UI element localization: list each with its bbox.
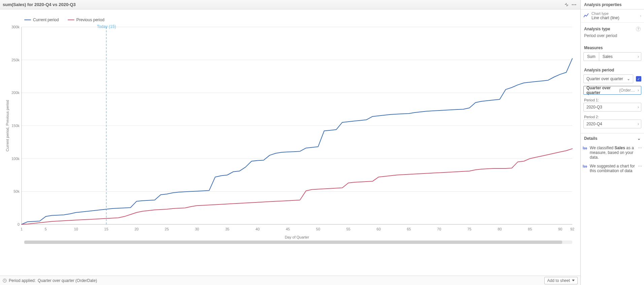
legend-label: Previous period (76, 18, 104, 22)
svg-text:30: 30 (195, 227, 199, 231)
help-icon[interactable]: ? (636, 27, 641, 31)
legend-item-previous[interactable]: Previous period (68, 18, 104, 22)
svg-text:92: 92 (570, 227, 574, 231)
svg-text:15: 15 (104, 227, 108, 231)
analysis-type-heading: Analysis type ? (581, 23, 644, 33)
period-mode-select[interactable]: Quarter over quarter ⌄ (583, 74, 633, 83)
period2-label: Period 2: (581, 114, 644, 120)
measures-agg: Sum (584, 53, 599, 61)
svg-text:70: 70 (437, 227, 441, 231)
svg-text:75: 75 (467, 227, 471, 231)
horizontal-scrollbar[interactable] (24, 241, 572, 244)
collapse-icon (565, 3, 569, 7)
details-toggle[interactable]: Details ⌄ (581, 133, 644, 144)
svg-text:55: 55 (346, 227, 350, 231)
legend-swatch-icon (68, 20, 74, 20)
svg-text:300k: 300k (11, 25, 20, 29)
fullscreen-toggle-button[interactable] (563, 1, 570, 8)
detail-insight-2: Іɪᴏ We suggested a chart for this combin… (581, 162, 644, 175)
footer-period-value: Quarter over quarter (OrderDate) (38, 278, 97, 283)
period1-select[interactable]: 2020-Q3 › (583, 103, 641, 112)
chart-title: sum(Sales) for 2020-Q4 vs 2020-Q3 (3, 2, 563, 7)
period2-value: 2020-Q4 (584, 120, 638, 128)
chart-titlebar: sum(Sales) for 2020-Q4 vs 2020-Q3 (0, 0, 580, 9)
insight-icon: Іɪᴏ (583, 146, 587, 150)
detail-more-button[interactable]: ⋯ (638, 164, 642, 168)
legend-label: Current period (33, 18, 59, 22)
svg-text:Day of Quarter: Day of Quarter (285, 235, 309, 239)
footer-period-label: Period applied: (9, 278, 36, 283)
period-calendar-prefix: Quarter over quarter (586, 86, 618, 95)
chevron-right-icon: › (638, 88, 641, 93)
svg-text:200k: 200k (11, 91, 20, 95)
svg-text:Current period, Previous perio: Current period, Previous period (5, 100, 9, 152)
svg-text:25: 25 (165, 227, 169, 231)
period-enabled-checkbox[interactable]: ✓ (636, 76, 641, 82)
chevron-right-icon: › (638, 54, 641, 59)
svg-text:100k: 100k (11, 157, 20, 161)
add-to-sheet-label: Add to sheet (547, 278, 570, 283)
analysis-period-heading: Analysis period (581, 64, 644, 74)
svg-text:90: 90 (558, 227, 562, 231)
svg-text:1: 1 (21, 227, 23, 231)
legend-swatch-icon (24, 20, 31, 20)
legend-item-current[interactable]: Current period (24, 18, 59, 22)
svg-text:35: 35 (225, 227, 229, 231)
chart-area: Current period Previous period 050k100k1… (0, 9, 580, 276)
svg-text:85: 85 (528, 227, 532, 231)
svg-text:50: 50 (316, 227, 320, 231)
more-options-button[interactable] (570, 1, 578, 8)
period1-label: Period 1: (581, 97, 644, 103)
clock-icon (3, 279, 7, 283)
detail-insight-1: Іɪᴏ We classified Sales as a measure, ba… (581, 144, 644, 162)
chevron-right-icon: › (640, 13, 641, 18)
svg-text:50k: 50k (13, 189, 20, 193)
chart-type-row[interactable]: Chart type Line chart (line) › (581, 9, 644, 23)
svg-text:40: 40 (256, 227, 260, 231)
add-to-sheet-button[interactable]: Add to sheet (544, 277, 578, 284)
chart-legend: Current period Previous period (24, 18, 576, 22)
chart-footer: Period applied: Quarter over quarter (Or… (0, 276, 580, 285)
analysis-type-value: Period over period (581, 33, 644, 41)
period1-value: 2020-Q3 (584, 103, 638, 111)
line-chart-icon (583, 13, 589, 19)
svg-text:250k: 250k (11, 58, 20, 62)
svg-text:5: 5 (45, 227, 47, 231)
svg-text:45: 45 (286, 227, 290, 231)
ellipsis-icon (572, 4, 576, 5)
analysis-properties-panel: Analysis properties Chart type Line char… (581, 0, 644, 285)
svg-text:60: 60 (377, 227, 381, 231)
measures-heading: Measures (581, 41, 644, 52)
svg-text:0: 0 (18, 222, 20, 226)
panel-title: Analysis properties (581, 0, 644, 9)
caret-down-icon (572, 280, 575, 282)
line-chart[interactable]: 050k100k150k200k250k300k1510152025303540… (4, 25, 576, 241)
svg-text:10: 10 (74, 227, 78, 231)
svg-point-0 (572, 4, 573, 5)
chart-type-value: Line chart (line) (591, 15, 619, 20)
chart-type-label: Chart type (591, 11, 619, 15)
scrollbar-thumb[interactable] (24, 241, 562, 244)
chevron-down-icon: ⌄ (637, 136, 641, 141)
detail-more-button[interactable]: ⋯ (638, 146, 642, 150)
today-marker-label: Today (15) (97, 24, 116, 29)
insight-icon: Іɪᴏ (583, 164, 587, 168)
svg-text:20: 20 (134, 227, 138, 231)
svg-text:80: 80 (498, 227, 502, 231)
chevron-right-icon: › (638, 122, 641, 126)
svg-text:150k: 150k (11, 124, 20, 128)
period-mode-value: Quarter over quarter (586, 76, 623, 81)
svg-text:65: 65 (407, 227, 411, 231)
period2-select[interactable]: 2020-Q4 › (583, 120, 641, 128)
measures-field: Sales (599, 53, 638, 61)
period-calendar-select[interactable]: Quarter over quarter (Order… › (583, 86, 641, 95)
svg-point-1 (574, 4, 575, 5)
period-calendar-suffix: (Order… (619, 88, 635, 93)
measures-control[interactable]: Sum Sales › (583, 52, 641, 61)
chevron-down-icon: ⌄ (627, 76, 630, 81)
chevron-right-icon: › (638, 105, 641, 109)
svg-point-2 (575, 4, 576, 5)
